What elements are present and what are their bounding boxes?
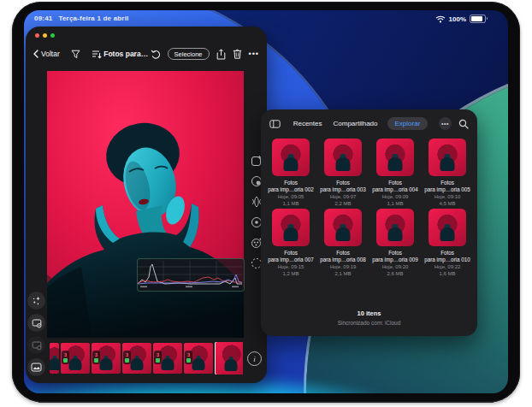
file-item[interactable]: Fotospara imp…oria 003 Hoje, 09:07 2,2 M… bbox=[318, 139, 368, 207]
file-name: Fotospara imp…oria 005 bbox=[424, 180, 470, 193]
window-controls bbox=[35, 33, 55, 38]
editor-toolbar: Voltar Fotos para… S bbox=[26, 44, 267, 64]
file-date: Hoje, 09:09 bbox=[382, 193, 409, 200]
file-size: 2,1 MB bbox=[334, 270, 351, 277]
file-date: Hoje, 09:15 bbox=[278, 263, 304, 270]
sidebar-icon[interactable] bbox=[269, 120, 281, 128]
filmstrip-thumb[interactable]: 3 bbox=[153, 343, 182, 374]
file-thumbnail[interactable] bbox=[376, 139, 414, 176]
status-bar-right: 100% bbox=[435, 15, 486, 23]
more-circle-icon[interactable]: ••• bbox=[439, 117, 452, 130]
marketing-canvas: 09:41 Terça-feira 1 de abril 100% bbox=[0, 0, 532, 407]
status-time: 09:41 bbox=[34, 15, 52, 22]
filmstrip-thumb[interactable] bbox=[215, 342, 243, 375]
close-window-button[interactable] bbox=[35, 33, 39, 38]
burst-badge: 3 bbox=[62, 351, 69, 364]
tab-recentes[interactable]: Recentes bbox=[292, 117, 324, 130]
burst-badge: 3 bbox=[92, 351, 100, 364]
file-thumbnail[interactable] bbox=[272, 209, 310, 246]
file-thumbnail[interactable] bbox=[324, 139, 362, 176]
filmstrip-thumb[interactable]: 3 bbox=[184, 343, 213, 374]
minimize-window-button[interactable] bbox=[43, 33, 47, 38]
file-grid: Fotospara imp…oria 002 Hoje, 09:05 1,1 M… bbox=[261, 133, 477, 277]
trash-icon[interactable] bbox=[233, 49, 242, 59]
filmstrip-thumb[interactable]: 3 bbox=[61, 343, 90, 374]
filmstrip: 33333 bbox=[50, 342, 243, 375]
file-size: 1,2 MB bbox=[282, 270, 299, 277]
file-thumbnail[interactable] bbox=[376, 209, 414, 246]
select-button[interactable]: Selecione bbox=[168, 48, 210, 60]
file-name: Fotospara imp…oria 007 bbox=[268, 250, 314, 263]
filter-funnel-icon[interactable] bbox=[71, 50, 80, 59]
more-icon[interactable]: ••• bbox=[249, 51, 259, 56]
file-date: Hoje, 09:19 bbox=[330, 263, 357, 270]
file-item[interactable]: Fotospara imp…oria 009 Hoje, 09:20 2,6 M… bbox=[370, 209, 420, 277]
tab-compartilhado[interactable]: Compartilhado bbox=[331, 117, 379, 130]
ipad-bezel: 09:41 Terça-feira 1 de abril 100% bbox=[12, 2, 520, 402]
filmstrip-thumb[interactable] bbox=[50, 343, 59, 374]
burst-badge: 3 bbox=[123, 351, 131, 364]
file-date: Hoje, 09:10 bbox=[434, 193, 461, 200]
undo-icon[interactable] bbox=[151, 50, 161, 59]
file-date: Hoje, 09:07 bbox=[330, 193, 357, 200]
histogram-panel bbox=[137, 258, 245, 292]
file-name: Fotospara imp…oria 009 bbox=[372, 250, 418, 263]
gallery-button[interactable] bbox=[27, 358, 45, 376]
file-item[interactable]: Fotospara imp…oria 010 Hoje, 09:22 1,6 M… bbox=[423, 209, 472, 277]
burst-badge: 3 bbox=[154, 351, 162, 364]
preset-button[interactable] bbox=[27, 314, 45, 332]
chevron-left-icon bbox=[33, 50, 38, 58]
file-item[interactable]: Fotospara imp…oria 005 Hoje, 09:10 4,5 M… bbox=[423, 139, 472, 207]
sort-icon[interactable] bbox=[92, 50, 102, 59]
file-thumbnail[interactable] bbox=[429, 209, 466, 246]
files-header: RecentesCompartilhadoExplorar ••• bbox=[261, 109, 477, 133]
file-size: 4,5 MB bbox=[439, 200, 455, 207]
file-thumbnail[interactable] bbox=[272, 139, 310, 176]
zoom-window-button[interactable] bbox=[50, 33, 55, 38]
file-size: 2,6 MB bbox=[387, 270, 403, 277]
file-name: Fotospara imp…oria 008 bbox=[320, 250, 366, 263]
share-icon[interactable] bbox=[216, 49, 226, 60]
burst-badge: 3 bbox=[185, 351, 192, 364]
files-footer: 10 itens Sincronizado com: iCloud bbox=[261, 310, 477, 326]
file-name: Fotospara imp…oria 003 bbox=[320, 180, 366, 193]
photo-canvas[interactable] bbox=[47, 71, 244, 338]
status-bar-left: 09:41 Terça-feira 1 de abril bbox=[34, 15, 129, 22]
filmstrip-thumb[interactable]: 3 bbox=[122, 343, 151, 374]
file-date: Hoje, 09:22 bbox=[434, 263, 461, 270]
info-button[interactable]: i bbox=[247, 351, 262, 366]
file-size: 1,1 MB bbox=[387, 200, 403, 207]
sync-status: Sincronizado com: iCloud bbox=[261, 320, 477, 326]
preset-button-disabled bbox=[27, 336, 45, 354]
filmstrip-thumb[interactable]: 3 bbox=[92, 343, 121, 374]
wifi-icon bbox=[435, 15, 446, 23]
file-item[interactable]: Fotospara imp…oria 002 Hoje, 09:05 1,1 M… bbox=[266, 139, 316, 207]
file-item[interactable]: Fotospara imp…oria 007 Hoje, 09:15 1,2 M… bbox=[266, 209, 316, 277]
files-tabs: RecentesCompartilhadoExplorar bbox=[287, 117, 432, 130]
photo-editor-window: Voltar Fotos para… S bbox=[26, 27, 267, 383]
back-button[interactable]: Voltar bbox=[33, 50, 60, 58]
file-size: 1,1 MB bbox=[282, 200, 299, 207]
back-label: Voltar bbox=[41, 50, 60, 58]
file-item[interactable]: Fotospara imp…oria 008 Hoje, 09:19 2,1 M… bbox=[318, 209, 368, 277]
search-icon[interactable] bbox=[458, 119, 469, 129]
file-item[interactable]: Fotospara imp…oria 004 Hoje, 09:09 1,1 M… bbox=[370, 139, 420, 207]
file-name: Fotospara imp…oria 002 bbox=[268, 180, 314, 193]
editor-title: Fotos para… bbox=[102, 50, 151, 58]
portrait-photo bbox=[47, 71, 244, 338]
tab-explorar[interactable]: Explorar bbox=[387, 117, 429, 130]
battery-percent: 100% bbox=[449, 15, 466, 23]
file-size: 2,2 MB bbox=[334, 200, 351, 207]
file-name: Fotospara imp…oria 004 bbox=[372, 180, 418, 193]
file-thumbnail[interactable] bbox=[429, 139, 466, 176]
file-thumbnail[interactable] bbox=[324, 209, 362, 246]
editor-tool-column bbox=[27, 292, 45, 376]
ipad-screen: 09:41 Terça-feira 1 de abril 100% bbox=[24, 10, 508, 393]
file-date: Hoje, 09:05 bbox=[278, 193, 304, 200]
magic-wand-button[interactable] bbox=[27, 292, 45, 310]
file-date: Hoje, 09:20 bbox=[382, 263, 409, 270]
file-name: Fotospara imp…oria 010 bbox=[424, 250, 470, 263]
files-browser-window: RecentesCompartilhadoExplorar ••• Fotosp… bbox=[261, 109, 477, 336]
file-size: 1,6 MB bbox=[439, 270, 455, 277]
battery-icon bbox=[470, 15, 486, 23]
